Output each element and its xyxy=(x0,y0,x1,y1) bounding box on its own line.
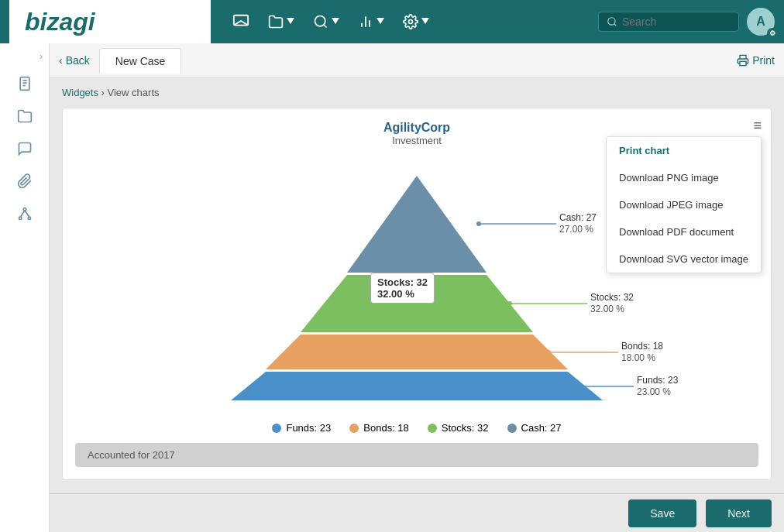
svg-marker-1 xyxy=(287,18,294,24)
svg-rect-22 xyxy=(740,61,746,65)
tab-label: New Case xyxy=(115,55,166,67)
sidebar-item-chat[interactable] xyxy=(11,135,39,163)
settings-nav-btn[interactable] xyxy=(397,9,435,34)
footer: Save Next xyxy=(50,493,784,532)
breadcrumb-separator: › xyxy=(101,87,108,98)
svg-point-30 xyxy=(507,301,512,306)
svg-text:27.00 %: 27.00 % xyxy=(559,224,593,235)
svg-marker-26 xyxy=(231,372,603,400)
avatar-settings-icon: ⚙ xyxy=(767,28,778,39)
chart-card: ≡ Print chart Download PNG image Downloa… xyxy=(62,108,772,480)
chart-nav-btn[interactable] xyxy=(352,9,390,34)
svg-text:Cash: 27: Cash: 27 xyxy=(559,212,597,223)
back-button[interactable]: ‹ Back xyxy=(59,54,90,67)
svg-marker-8 xyxy=(377,18,384,24)
tooltip-label: Stocks: 32 xyxy=(377,276,428,288)
legend-dot-funds xyxy=(272,424,281,433)
sidebar-toggle-btn[interactable]: › xyxy=(40,51,43,62)
search-box xyxy=(598,12,739,32)
legend-label-bonds: Bonds: 18 xyxy=(363,422,409,434)
svg-point-28 xyxy=(476,221,481,226)
legend-dot-stocks xyxy=(428,424,437,433)
legend-dot-cash xyxy=(507,424,517,433)
nav-icons xyxy=(211,9,598,35)
svg-marker-23 xyxy=(347,176,487,273)
svg-point-17 xyxy=(23,208,26,211)
tooltip-value: 32.00 % xyxy=(377,288,428,300)
chart-legend: Funds: 23 Bonds: 18 Stocks: 32 Cash xyxy=(272,422,561,434)
svg-point-19 xyxy=(28,217,30,219)
svg-marker-25 xyxy=(266,335,568,369)
legend-label-stocks: Stocks: 32 xyxy=(442,422,489,434)
legend-item-bonds: Bonds: 18 xyxy=(349,422,409,434)
svg-text:18.00 %: 18.00 % xyxy=(621,352,655,363)
legend-label-cash: Cash: 27 xyxy=(521,422,562,434)
legend-dot-bonds xyxy=(349,424,359,433)
next-button[interactable]: Next xyxy=(706,499,772,527)
sidebar-item-flow[interactable] xyxy=(11,200,39,228)
back-chevron-icon: ‹ xyxy=(59,54,63,67)
folder-nav-btn[interactable] xyxy=(262,9,301,34)
svg-line-12 xyxy=(614,24,617,26)
logo-area: bizagi xyxy=(9,0,211,43)
svg-line-3 xyxy=(324,25,327,28)
caption-bar: Accounted for 2017 xyxy=(75,443,758,467)
dropdown-print-chart[interactable]: Print chart xyxy=(607,137,761,164)
svg-text:Bonds: 18: Bonds: 18 xyxy=(621,341,663,352)
sidebar: › xyxy=(0,43,50,532)
chart-menu-button[interactable]: ≡ xyxy=(753,118,762,134)
chart-tooltip: Stocks: 32 32.00 % xyxy=(370,273,435,304)
dropdown-download-pdf[interactable]: Download PDF document xyxy=(607,218,761,245)
content-area: ‹ Back New Case Print Widgets › View cha… xyxy=(50,43,784,532)
print-button[interactable]: Print xyxy=(737,54,775,67)
page-content: Widgets › View charts ≡ Print chart Down… xyxy=(50,77,784,493)
svg-line-20 xyxy=(20,211,25,217)
sidebar-toggle: › xyxy=(0,51,49,62)
legend-item-funds: Funds: 23 xyxy=(272,422,331,434)
sidebar-item-document[interactable] xyxy=(11,70,39,98)
search-nav-btn[interactable] xyxy=(307,9,346,34)
svg-text:23.00 %: 23.00 % xyxy=(637,386,671,397)
svg-text:Stocks: 32: Stocks: 32 xyxy=(590,292,634,303)
chart-title: AgilityCorp xyxy=(383,121,450,135)
dropdown-download-png[interactable]: Download PNG image xyxy=(607,164,761,191)
top-navigation: bizagi A ⚙ xyxy=(0,0,784,43)
avatar-initials: A xyxy=(756,15,765,29)
save-button[interactable]: Save xyxy=(628,499,696,527)
sidebar-item-folder[interactable] xyxy=(11,102,39,130)
breadcrumb: Widgets › View charts xyxy=(62,87,772,98)
chart-subtitle: Investment xyxy=(392,135,442,146)
svg-point-11 xyxy=(608,18,615,25)
chart-dropdown-menu: Print chart Download PNG image Download … xyxy=(606,136,762,273)
main-layout: › ‹ Back New Case xyxy=(0,43,784,532)
svg-text:Funds: 23: Funds: 23 xyxy=(637,375,679,386)
svg-point-34 xyxy=(577,384,582,389)
breadcrumb-widgets[interactable]: Widgets xyxy=(62,87,98,98)
sidebar-item-attach[interactable] xyxy=(11,167,39,195)
avatar[interactable]: A ⚙ xyxy=(747,8,775,36)
svg-text:32.00 %: 32.00 % xyxy=(590,304,624,314)
svg-point-9 xyxy=(409,20,413,24)
search-input[interactable] xyxy=(622,15,731,28)
print-icon xyxy=(737,54,749,67)
breadcrumb-view-charts: View charts xyxy=(108,87,160,98)
svg-point-2 xyxy=(315,16,325,26)
print-label: Print xyxy=(752,54,775,67)
back-label: Back xyxy=(66,54,90,67)
dropdown-download-jpeg[interactable]: Download JPEG image xyxy=(607,191,761,218)
legend-label-funds: Funds: 23 xyxy=(286,422,331,434)
logo: bizagi xyxy=(25,8,95,36)
new-case-tab[interactable]: New Case xyxy=(99,48,182,74)
legend-item-cash: Cash: 27 xyxy=(507,422,562,434)
inbox-nav-btn[interactable] xyxy=(226,9,256,35)
sub-navigation: ‹ Back New Case Print xyxy=(50,43,784,77)
svg-point-18 xyxy=(19,217,21,219)
dropdown-download-svg[interactable]: Download SVG vector image xyxy=(607,245,761,273)
svg-marker-4 xyxy=(332,18,339,24)
caption-text: Accounted for 2017 xyxy=(88,449,175,461)
legend-item-stocks: Stocks: 32 xyxy=(428,422,489,434)
search-box-icon xyxy=(607,16,617,27)
svg-point-32 xyxy=(546,350,551,355)
svg-line-21 xyxy=(25,211,29,217)
svg-marker-10 xyxy=(421,18,429,24)
